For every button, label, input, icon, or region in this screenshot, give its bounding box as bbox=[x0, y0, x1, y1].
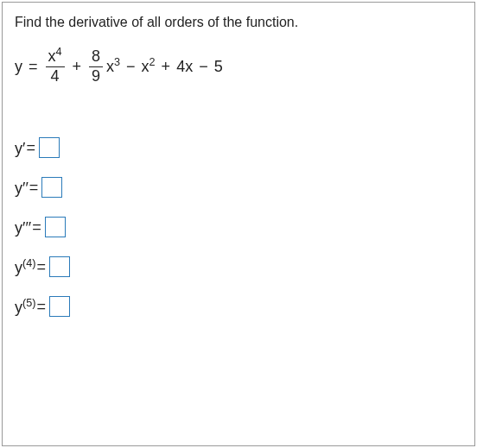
term4: 4x bbox=[176, 58, 193, 76]
y3-prime: ′′′ bbox=[22, 219, 31, 237]
answer-input-1[interactable] bbox=[39, 137, 60, 158]
term3: x2 bbox=[142, 58, 156, 76]
y1-base: y bbox=[15, 140, 22, 157]
answer-row-1: y′ = bbox=[15, 137, 462, 158]
answer-input-4[interactable] bbox=[49, 256, 70, 277]
answer-input-3[interactable] bbox=[45, 217, 66, 237]
label-y2: y′′ bbox=[15, 178, 29, 198]
fraction-1-num: x4 bbox=[46, 47, 65, 67]
fraction-2: 8 9 bbox=[89, 47, 103, 85]
instruction-text: Find the derivative of all orders of the… bbox=[15, 15, 462, 30]
answers-section: y′ = y′′ = y′′′ = y(4) = y(5) = bbox=[15, 137, 462, 317]
eq-2: = bbox=[29, 179, 39, 197]
term2-base: x bbox=[106, 58, 114, 75]
y3-base: y bbox=[15, 219, 22, 237]
fraction-2-den: 9 bbox=[89, 67, 103, 86]
y4-base: y bbox=[15, 259, 22, 276]
plus-1: + bbox=[68, 58, 86, 76]
y5-base: y bbox=[15, 299, 22, 316]
eq-3: = bbox=[32, 218, 41, 237]
answer-row-5: y(5) = bbox=[15, 296, 462, 317]
term2-exp: 3 bbox=[114, 56, 120, 68]
frac1-base: x bbox=[48, 47, 56, 65]
answer-row-2: y′′ = bbox=[15, 177, 462, 198]
y4-exp: (4) bbox=[22, 257, 35, 269]
minus-2: − bbox=[194, 58, 213, 76]
y1-prime: ′ bbox=[22, 140, 25, 157]
y5-exp: (5) bbox=[22, 297, 35, 309]
term3-base: x bbox=[142, 58, 149, 75]
eq-1: = bbox=[26, 139, 35, 157]
label-y5: y(5) bbox=[15, 297, 36, 317]
eq-4: = bbox=[36, 258, 46, 276]
equation-lhs: y bbox=[15, 58, 22, 76]
term5: 5 bbox=[214, 58, 223, 76]
term2: x3 bbox=[106, 58, 120, 76]
answer-row-4: y(4) = bbox=[15, 256, 462, 277]
frac1-exp: 4 bbox=[56, 46, 62, 58]
eq-5: = bbox=[36, 298, 46, 316]
y2-prime: ′′ bbox=[22, 180, 29, 197]
problem-container: Find the derivative of all orders of the… bbox=[2, 2, 475, 446]
plus-2: + bbox=[157, 58, 175, 76]
fraction-1-den: 4 bbox=[48, 67, 62, 86]
answer-row-3: y′′′ = bbox=[15, 217, 462, 237]
label-y4: y(4) bbox=[15, 257, 36, 277]
y2-base: y bbox=[15, 180, 22, 197]
equals-sign: = bbox=[24, 58, 42, 76]
minus-1: − bbox=[122, 58, 140, 76]
fraction-2-num: 8 bbox=[89, 47, 103, 67]
term3-exp: 2 bbox=[149, 56, 156, 68]
label-y1: y′ bbox=[15, 138, 26, 158]
answer-input-2[interactable] bbox=[41, 177, 62, 198]
label-y3: y′′′ bbox=[15, 218, 32, 237]
answer-input-5[interactable] bbox=[49, 296, 70, 317]
fraction-1: x4 4 bbox=[46, 47, 65, 85]
equation-display: y = x4 4 + 8 9 x3 − x2 + 4x − 5 bbox=[15, 47, 462, 85]
